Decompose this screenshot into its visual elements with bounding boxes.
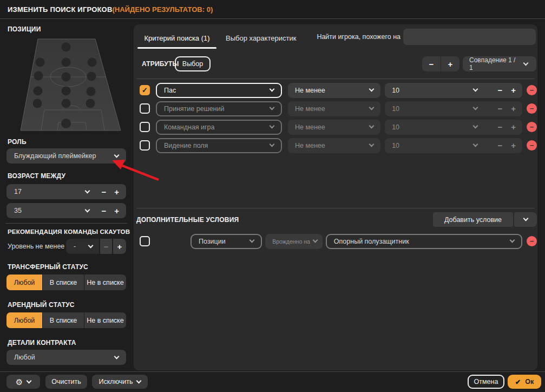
- attribute-checkbox[interactable]: [140, 140, 150, 151]
- transfer-any-button[interactable]: Любой: [6, 275, 42, 290]
- value-spinner[interactable]: 10 − +: [385, 120, 522, 135]
- plus-icon[interactable]: +: [511, 123, 516, 131]
- condition-field-dropdown[interactable]: Позиции: [191, 234, 262, 249]
- position-dot[interactable]: [87, 87, 96, 96]
- tab-search-criteria[interactable]: Критерий поиска (1): [137, 34, 216, 42]
- attribute-checkbox[interactable]: ✓: [140, 85, 150, 95]
- plus-icon[interactable]: +: [511, 104, 516, 113]
- chevron-down-icon[interactable]: [85, 188, 90, 193]
- role-value: Блуждающий плеймейкер: [6, 152, 115, 160]
- chevron-down-icon[interactable]: [473, 142, 478, 147]
- plus-icon[interactable]: +: [114, 207, 119, 215]
- scout-level-dropdown[interactable]: -: [66, 239, 99, 254]
- position-dot[interactable]: [61, 119, 71, 128]
- position-dot[interactable]: [62, 87, 71, 96]
- row-count-stepper: − +: [422, 56, 459, 71]
- chevron-down-icon[interactable]: [85, 207, 90, 212]
- attribute-dropdown[interactable]: Принятие решений: [156, 101, 282, 116]
- position-dot[interactable]: [62, 43, 71, 52]
- value-spinner[interactable]: 10 − +: [385, 101, 522, 116]
- minus-icon[interactable]: −: [422, 56, 441, 71]
- value-spinner[interactable]: 10 − +: [385, 83, 522, 98]
- cancel-button[interactable]: Отмена: [468, 375, 504, 389]
- remove-row-button[interactable]: −: [527, 85, 537, 95]
- exclude-label: Исключить: [99, 378, 133, 386]
- condition-operator-dropdown[interactable]: Врожденно на: [265, 234, 323, 249]
- similar-player-input[interactable]: [403, 29, 536, 45]
- add-condition-button[interactable]: Добавить условие: [433, 212, 513, 227]
- position-dot[interactable]: [62, 58, 71, 67]
- chevron-down-icon: [114, 354, 120, 359]
- match-dropdown[interactable]: Совпадение 1 / 1: [463, 56, 536, 71]
- additional-conditions-header: ДОПОЛНИТЕЛЬНЫЕ УСЛОВИЯ: [136, 216, 239, 224]
- role-dropdown[interactable]: Блуждающий плеймейкер: [6, 148, 126, 164]
- gear-icon: ⚙: [16, 378, 23, 386]
- minus-icon[interactable]: −: [101, 188, 106, 196]
- chevron-down-icon: [88, 243, 94, 248]
- plus-icon[interactable]: +: [441, 56, 459, 71]
- settings-menu-button[interactable]: ⚙: [6, 375, 40, 389]
- condition-name: Не менее: [288, 123, 370, 131]
- contract-dropdown[interactable]: Любой: [6, 350, 126, 365]
- condition-dropdown[interactable]: Не менее: [288, 120, 380, 135]
- tab-attribute-selection[interactable]: Выбор характеристик: [226, 34, 296, 42]
- attribute-select-button[interactable]: Выбор: [175, 56, 211, 71]
- minus-icon[interactable]: −: [101, 207, 106, 215]
- position-dot[interactable]: [34, 71, 43, 81]
- plus-icon[interactable]: +: [511, 141, 516, 149]
- plus-icon[interactable]: +: [114, 188, 119, 196]
- plus-icon[interactable]: +: [113, 239, 126, 254]
- attribute-dropdown[interactable]: Пас: [156, 83, 282, 98]
- minus-icon[interactable]: −: [497, 86, 502, 94]
- condition-checkbox[interactable]: [140, 236, 150, 246]
- attribute-checkbox[interactable]: [140, 122, 150, 132]
- value-spinner[interactable]: 10 − +: [385, 138, 522, 153]
- loan-not-listed-button[interactable]: Не в списке: [84, 312, 126, 328]
- position-dot[interactable]: [86, 99, 95, 108]
- remove-row-button[interactable]: −: [527, 140, 537, 151]
- position-dot[interactable]: [87, 72, 96, 81]
- age-min-spinner[interactable]: 17 − +: [6, 184, 126, 199]
- transfer-listed-button[interactable]: В списке: [43, 275, 84, 290]
- scout-level-spinner[interactable]: - − +: [66, 239, 126, 254]
- age-max-spinner[interactable]: 35 − +: [6, 203, 126, 218]
- position-pitch-selector[interactable]: [16, 35, 124, 134]
- ok-button[interactable]: ✔ Ок: [508, 375, 541, 389]
- attribute-dropdown[interactable]: Видение поля: [156, 138, 282, 153]
- chevron-down-icon[interactable]: [473, 105, 478, 110]
- position-dot[interactable]: [33, 99, 42, 108]
- attribute-value: 10: [385, 105, 474, 113]
- position-dot[interactable]: [62, 99, 71, 108]
- contract-value: Любой: [6, 354, 115, 361]
- attribute-dropdown[interactable]: Командная игра: [156, 120, 282, 135]
- attribute-value: 10: [385, 123, 474, 131]
- chevron-down-icon[interactable]: [473, 123, 478, 129]
- position-dot[interactable]: [88, 58, 97, 67]
- attribute-checkbox[interactable]: [140, 103, 150, 114]
- position-dot[interactable]: [36, 58, 45, 67]
- minus-icon[interactable]: −: [497, 141, 502, 149]
- exclude-button[interactable]: Исключить: [92, 375, 148, 389]
- remove-row-button[interactable]: −: [527, 103, 537, 114]
- chevron-down-icon[interactable]: [473, 87, 478, 92]
- condition-dropdown[interactable]: Не менее: [288, 101, 380, 116]
- minus-icon[interactable]: −: [497, 123, 502, 131]
- divider: [136, 208, 535, 208]
- remove-row-button[interactable]: −: [527, 122, 537, 132]
- position-dot[interactable]: [34, 87, 43, 96]
- condition-dropdown[interactable]: Не менее: [288, 138, 380, 153]
- condition-dropdown[interactable]: Не менее: [288, 83, 380, 98]
- remove-condition-button[interactable]: −: [527, 236, 537, 246]
- attribute-row: Видение поля Не менее 10 − + −: [136, 138, 537, 153]
- transfer-not-listed-button[interactable]: Не в списке: [84, 275, 126, 290]
- clear-button[interactable]: Очистить: [45, 375, 87, 389]
- chevron-down-icon: [369, 87, 375, 92]
- position-dot[interactable]: [62, 73, 71, 82]
- scout-level-label: Уровень не менее: [8, 243, 64, 250]
- plus-icon[interactable]: +: [511, 86, 516, 94]
- condition-value-dropdown[interactable]: Опорный полузащитник: [326, 234, 522, 249]
- loan-any-button[interactable]: Любой: [6, 312, 42, 328]
- add-condition-dropdown-button[interactable]: [514, 212, 537, 227]
- minus-icon[interactable]: −: [497, 104, 502, 113]
- loan-listed-button[interactable]: В списке: [43, 312, 84, 328]
